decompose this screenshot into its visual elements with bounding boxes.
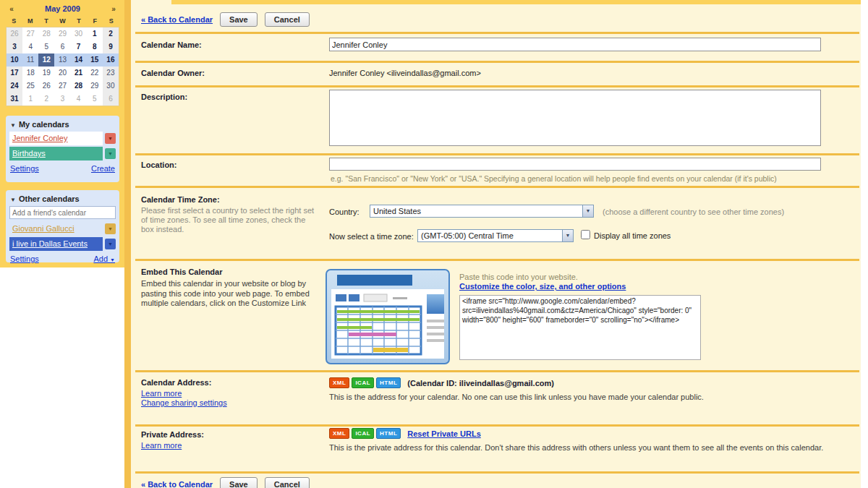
mini-calendar-prev-icon[interactable]: « [6,5,17,13]
mini-calendar-day[interactable]: 23 [103,67,119,80]
feed-badge[interactable]: ICAL [352,377,374,388]
save-button[interactable]: Save [220,12,258,27]
mini-calendar-day[interactable]: 3 [7,40,22,53]
mini-calendar-dow-label: F [87,15,103,27]
feed-badge[interactable]: XML [329,377,349,388]
calendar-list-item[interactable]: Birthdays ▼ [9,147,116,160]
mini-calendar-day[interactable]: 6 [103,93,119,106]
calendar-item-label[interactable]: Giovanni Gallucci [9,222,103,236]
other-calendars-header[interactable]: ▼Other calendars [9,193,116,206]
mini-calendar-day[interactable]: 29 [87,80,103,93]
time-zone-select[interactable]: (GMT-05:00) Central Time▼ [417,229,574,242]
mini-calendar-dow-label: W [54,15,70,27]
mini-calendar-day[interactable]: 25 [22,80,38,93]
mini-calendar-day[interactable]: 4 [22,40,38,53]
mini-calendar-day[interactable]: 6 [54,40,70,53]
section-divider [135,153,859,155]
description-textarea[interactable] [329,90,821,146]
embed-customize-link[interactable]: Customize the color, size, and other opt… [459,282,626,291]
add-friend-calendar-input[interactable] [9,206,116,219]
calendar-name-input[interactable] [329,38,821,51]
back-to-calendar-link[interactable]: « Back to Calendar [141,15,213,24]
display-all-time-zones-checkbox[interactable] [581,230,590,239]
mini-calendar-day[interactable]: 28 [71,80,87,93]
reset-private-urls-link[interactable]: Reset Private URLs [407,429,481,438]
mini-calendar-next-icon[interactable]: » [108,5,119,13]
calendar-item-label[interactable]: i live in Dallas Events [9,237,103,251]
mini-calendar-day[interactable]: 30 [103,80,119,93]
mini-calendar-day[interactable]: 8 [87,40,103,53]
mini-calendar-day[interactable]: 30 [71,27,87,40]
my-calendars-header[interactable]: ▼My calendars [9,119,116,132]
calendar-address-learn-more-link[interactable]: Learn more [141,389,182,398]
mini-calendar-day[interactable]: 5 [87,93,103,106]
calendar-item-label[interactable]: Jennifer Conley [9,132,103,145]
mini-calendar-day[interactable]: 26 [38,80,54,93]
mini-calendar-dow-label: S [103,15,119,27]
time-zone-description: Please first select a country to select … [141,206,320,234]
feed-badge[interactable]: HTML [376,377,401,388]
mini-calendar-day[interactable]: 24 [7,80,22,93]
feed-badge[interactable]: XML [329,428,349,439]
mini-calendar-day[interactable]: 27 [22,27,38,40]
mini-calendar-day[interactable]: 4 [71,93,87,106]
mini-calendar-day[interactable]: 17 [7,67,22,80]
mini-calendar-day[interactable]: 5 [38,40,54,53]
calendar-item-label[interactable]: Birthdays [9,147,103,160]
mini-calendar-day[interactable]: 9 [103,40,119,53]
my-calendars-settings-link[interactable]: Settings [10,164,39,173]
mini-calendar-day[interactable]: 2 [103,27,119,40]
sidebar: « May 2009 » SMTWTFS 2627282930123456789… [0,0,124,488]
private-address-label: Private Address: [141,430,204,439]
embed-code-textarea[interactable]: <iframe src="http://www.google.com/calen… [459,295,701,360]
location-input[interactable] [329,158,821,171]
country-select[interactable]: United States▼ [370,205,594,218]
calendar-list-item[interactable]: Giovanni Gallucci ▼ [9,222,116,236]
collapse-triangle-icon: ▼ [10,197,16,203]
private-address-learn-more-link[interactable]: Learn more [141,441,182,450]
calendar-list-item[interactable]: i live in Dallas Events ▼ [9,237,116,251]
calendar-dropdown-icon[interactable]: ▼ [105,148,116,159]
feed-badge[interactable]: ICAL [352,428,374,439]
back-to-calendar-link[interactable]: « Back to Calendar [141,480,213,488]
mini-calendar-day[interactable]: 11 [22,53,38,67]
mini-calendar-day[interactable]: 18 [22,67,38,80]
mini-calendar-day[interactable]: 2 [38,93,54,106]
mini-calendar-day[interactable]: 3 [54,93,70,106]
calendar-dropdown-icon[interactable]: ▼ [105,133,116,144]
calendar-dropdown-icon[interactable]: ▼ [105,239,116,249]
cancel-button[interactable]: Cancel [265,477,310,488]
mini-calendar-day[interactable]: 1 [22,93,38,106]
mini-calendar-day[interactable]: 16 [103,53,119,67]
sidebar-divider [124,0,131,488]
mini-calendar-day[interactable]: 26 [7,27,22,40]
mini-calendar-day[interactable]: 7 [71,40,87,53]
mini-calendar-day[interactable]: 14 [71,53,87,67]
calendar-address-label: Calendar Address: [141,378,211,387]
save-button[interactable]: Save [220,477,258,488]
mini-calendar-day[interactable]: 20 [54,67,70,80]
calendar-id-text: (Calendar ID: iliveindallas@gmail.com) [407,379,554,388]
cancel-button[interactable]: Cancel [265,12,310,27]
mini-calendar-day[interactable]: 27 [54,80,70,93]
feed-badge[interactable]: HTML [376,428,401,439]
time-zone-select-label: Now select a time zone: [329,232,414,241]
mini-calendar-day[interactable]: 28 [38,27,54,40]
mini-calendar-day[interactable]: 12 [38,53,54,67]
calendar-dropdown-icon[interactable]: ▼ [105,223,116,234]
change-sharing-settings-link[interactable]: Change sharing settings [141,398,227,407]
my-calendars-create-link[interactable]: Create [91,164,115,173]
mini-calendar-day[interactable]: 1 [87,27,103,40]
mini-calendar-day[interactable]: 31 [7,93,22,106]
mini-calendar-day[interactable]: 15 [87,53,103,67]
mini-calendar-day[interactable]: 10 [7,53,22,67]
other-calendars-settings-link[interactable]: Settings [10,254,39,263]
chevron-down-icon: ▼ [110,257,115,262]
calendar-list-item[interactable]: Jennifer Conley ▼ [9,132,116,145]
mini-calendar-day[interactable]: 19 [38,67,54,80]
mini-calendar-day[interactable]: 21 [71,67,87,80]
mini-calendar-day[interactable]: 13 [54,53,70,67]
other-calendars-add-link[interactable]: Add ▼ [93,254,115,263]
mini-calendar-day[interactable]: 22 [87,67,103,80]
mini-calendar-day[interactable]: 29 [54,27,70,40]
